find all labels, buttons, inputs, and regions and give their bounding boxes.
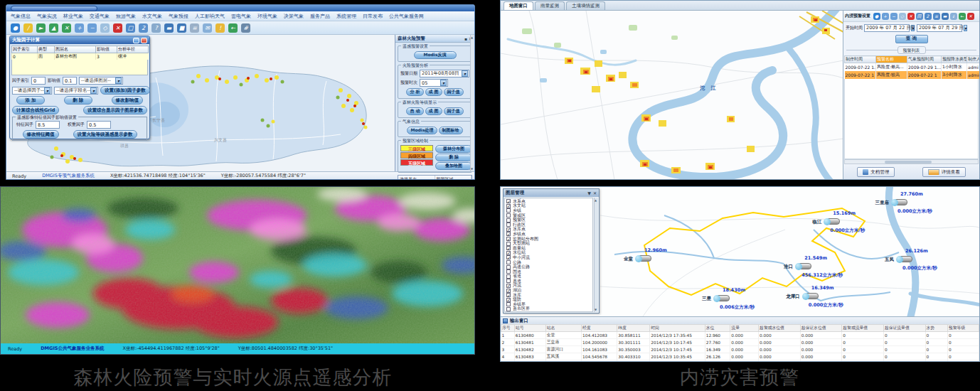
tab-rain-monitor[interactable]: 雨量监测 [535,1,565,10]
zoom-in-icon[interactable]: + [74,23,85,33]
layer-checkbox[interactable] [506,265,511,269]
settings-icon[interactable]: # [240,23,251,33]
output-col-header[interactable]: 经度 [582,325,617,332]
output-col-header[interactable]: 超警戒流量值 [842,325,884,332]
back-icon[interactable]: ← [228,23,238,33]
select-polygon-icon[interactable]: ▲ [48,23,59,33]
station-data-row[interactable]: 56130484 淮口104.105044 30.2000072014/12/3… [501,360,979,363]
globe-icon[interactable]: ● [10,23,21,33]
pin-icon[interactable]: ▪ [464,36,467,41]
factor-index-input[interactable]: 0 [31,77,46,85]
dropdown-arrow-icon[interactable] [964,25,967,31]
export-mail-icon[interactable]: ✉ [202,23,213,33]
factor-select[interactable]: --请选择因子-- [12,87,52,95]
layer-checkbox[interactable] [506,284,511,288]
output-col-header[interactable]: 超保证流量值 [883,325,925,332]
display-params-button[interactable]: 设置综合显示因子图层参数 [83,106,147,114]
layer-checkbox[interactable] [506,279,511,283]
menu-item[interactable]: 交通气象 [90,13,110,20]
layer-checkbox[interactable] [506,260,511,264]
layer-checkbox[interactable] [506,218,511,223]
analysis-button[interactable]: 成 图 [425,88,442,96]
dropdown-arrow-icon[interactable] [462,70,468,77]
weight-input[interactable]: 0.5 [87,121,111,129]
grade-button[interactable]: 自 动 [406,107,423,115]
layer-checkbox[interactable] [506,208,511,213]
full-extent-icon[interactable]: □ [125,23,136,33]
layer-checkbox[interactable] [506,255,511,259]
window-2-icon[interactable]: 2 [138,23,149,33]
satellite-fire-image[interactable] [1,187,475,345]
tab-soil-moisture[interactable]: 土壤墒情监测 [566,1,605,10]
menu-item[interactable]: 环境气象 [257,13,277,20]
layer-checkbox[interactable] [506,269,511,274]
set-factor-button[interactable]: 设置(添加)因子参数 [100,86,150,95]
menu-item[interactable]: 气象实况 [37,13,57,20]
threshold-button[interactable]: 修改特征阈值 [23,130,59,139]
output-col-header[interactable]: 站号 [514,325,545,332]
tab-map-window[interactable]: 地图窗口 [504,1,533,10]
save-icon[interactable]: ↓ [949,12,957,20]
layer-panel-header[interactable]: 图层管理 ▼✕ [504,189,599,197]
factor-table-header[interactable]: 影响值 [96,46,117,53]
warning-table-row[interactable]: 2009-07-22 1...风险度:最高... 2009-07-29 1...… [845,63,980,71]
flood-risk-map[interactable]: 沱 江 [501,11,843,180]
overview-map-icon[interactable]: ■ [176,23,187,33]
layer-checkbox[interactable] [506,227,511,232]
menu-item[interactable]: 旅游气象 [116,13,136,20]
delete-button[interactable]: 删 除 [64,96,92,105]
layer-checkbox[interactable] [506,223,511,227]
warning-list-tab[interactable]: 预警列表 [898,46,926,54]
pan-icon[interactable]: ◇ [898,12,906,20]
collapse-icon[interactable]: ▼ [587,191,591,196]
weather-button[interactable]: Modis处理 [407,127,437,134]
menu-item[interactable]: 气象预报 [169,13,188,20]
layer-checkbox[interactable] [506,199,511,203]
calendar-icon[interactable]: 田 [915,12,923,20]
dropdown-arrow-icon[interactable] [440,80,447,86]
layer-checkbox[interactable] [506,251,511,255]
station-marker-icon[interactable] [893,199,907,205]
globe-icon[interactable]: ● [873,12,880,20]
fire-level-display-button[interactable]: 设置火险等级遥感显示参数 [73,130,137,139]
output-col-header[interactable]: 预警等级 [947,325,979,332]
zoom-in-icon[interactable]: + [881,12,889,20]
menu-item[interactable]: 系统管理 [336,13,356,20]
doc-manage-button[interactable]: 文档管理 [857,167,895,177]
station-data-row[interactable]: 26130481 三皇庙104.200000 30.3011112014/12/… [501,339,979,346]
dialog-title-bar[interactable]: 火险因子计算 [10,36,149,44]
station-data-row[interactable]: 46130483 五凤溪104.545678 30.4033102014/12/… [501,353,979,360]
layer-checkbox[interactable] [506,298,511,302]
station-map[interactable]: 12.960m 金堂 27.760m 三皇庙 0.000立方米/秒 15.169… [501,187,980,316]
panel-hscrollbar[interactable] [844,159,979,164]
zoom-out-icon[interactable]: − [890,12,898,20]
warn-date-select[interactable]: 2011年08月08日 [420,70,469,77]
layer-checkbox[interactable] [506,242,511,246]
refresh-icon[interactable]: 2 [924,12,932,20]
warn-time-select[interactable]: 05 [420,79,448,87]
output-col-header[interactable]: 水位 [705,325,730,332]
factor-table-header[interactable]: 因子索引 [12,46,38,53]
factor-table-header[interactable]: 图层名 [55,46,96,53]
layer-checkbox[interactable] [506,232,511,236]
clear-selection-icon[interactable]: ✕ [61,23,72,33]
panel-vscrollbar[interactable] [470,35,474,171]
station-marker-icon[interactable] [804,293,819,299]
layer-checkbox[interactable] [506,204,511,208]
factor-table-header[interactable]: 分析半径 [117,46,149,53]
dropdown-arrow-icon[interactable] [90,87,97,94]
output-col-header[interactable]: 站名 [545,325,581,332]
station-data-row[interactable]: 36130482 富源河口104.161083 30.3500032014/12… [501,346,979,353]
analysis-button[interactable]: 因子值 [444,88,464,96]
menu-item[interactable]: 林业气象 [63,13,83,20]
layer-checkbox[interactable] [506,307,511,311]
window-title-tab[interactable] [11,6,97,11]
field-select[interactable]: --请选择字段名-- [54,87,98,95]
menu-item[interactable]: 人工影响天气 [195,13,225,20]
output-col-header[interactable]: 时间 [650,325,705,332]
menu-item[interactable]: 气象信息 [11,13,31,20]
map-icon[interactable]: ▬ [941,12,949,20]
close-icon[interactable]: ✕ [593,191,597,196]
region-button[interactable]: 森林分布图 [435,145,472,153]
warning-table-header[interactable]: 制作时间 [845,56,876,63]
